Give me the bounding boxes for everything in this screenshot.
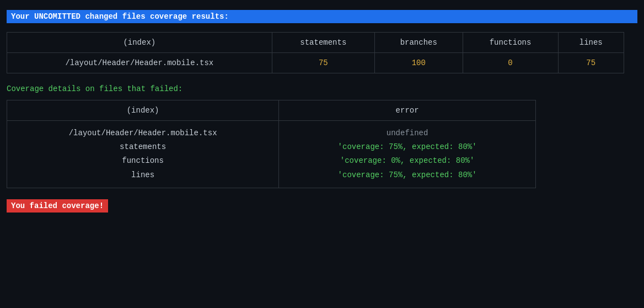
error-table-row: /layout/Header/Header.mobile.tsx stateme… — [7, 121, 536, 188]
error-lines-msg: 'coverage: 75%, expected: 80%' — [288, 168, 527, 182]
main-container: Your UNCOMITTED changed files coverage r… — [0, 6, 644, 217]
coverage-table: (index) statements branches functions li… — [7, 32, 624, 73]
uncommitted-banner: Your UNCOMITTED changed files coverage r… — [7, 10, 637, 23]
coverage-table-header-row: (index) statements branches functions li… — [7, 33, 624, 53]
functions-value: 0 — [463, 53, 558, 73]
lines-value: 75 — [558, 53, 624, 73]
error-file-cell: /layout/Header/Header.mobile.tsx stateme… — [7, 121, 279, 188]
error-table-header-row: (index) error — [7, 100, 536, 121]
error-undefined: undefined — [288, 126, 527, 140]
error-functions-msg: 'coverage: 0%, expected: 80%' — [288, 154, 527, 168]
error-messages-cell: undefined 'coverage: 75%, expected: 80%'… — [279, 121, 536, 188]
error-col-header-index: (index) — [7, 100, 279, 121]
error-col-header-error: error — [279, 100, 536, 121]
error-file-statements: statements — [16, 140, 270, 154]
statements-value: 75 — [272, 53, 374, 73]
failed-banner: You failed coverage! — [7, 199, 108, 213]
error-file-lines: lines — [16, 168, 270, 182]
col-header-branches: branches — [374, 33, 463, 53]
table-row: /layout/Header/Header.mobile.tsx 75 100 … — [7, 53, 624, 73]
col-header-lines: lines — [558, 33, 624, 53]
error-file-name: /layout/Header/Header.mobile.tsx — [16, 126, 270, 140]
col-header-functions: functions — [463, 33, 558, 53]
error-file-functions: functions — [16, 154, 270, 168]
failed-section-title: Coverage details on files that failed: — [7, 84, 637, 93]
file-name-cell: /layout/Header/Header.mobile.tsx — [7, 53, 272, 73]
error-statements-msg: 'coverage: 75%, expected: 80%' — [288, 140, 527, 154]
branches-value: 100 — [374, 53, 463, 73]
error-table: (index) error /layout/Header/Header.mobi… — [7, 100, 536, 188]
col-header-index: (index) — [7, 33, 272, 53]
col-header-statements: statements — [272, 33, 374, 53]
